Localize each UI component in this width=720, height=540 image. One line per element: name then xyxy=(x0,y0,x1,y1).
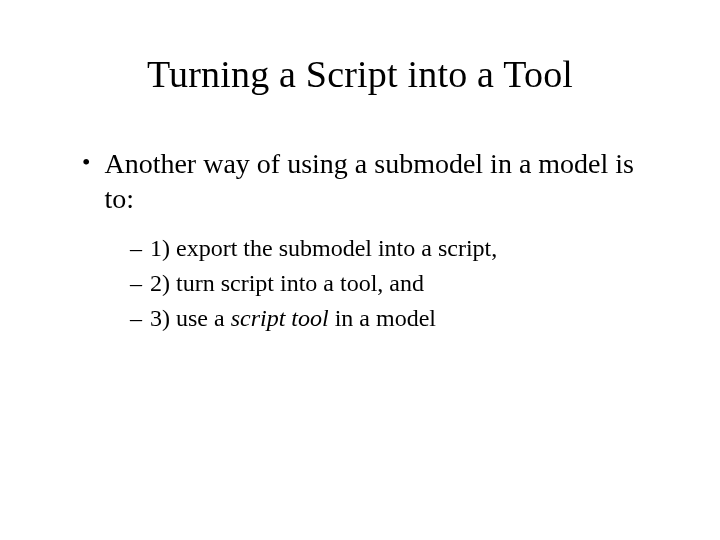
bullet-text: Another way of using a submodel in a mod… xyxy=(104,146,660,216)
sub-marker: – xyxy=(130,231,142,266)
sub-text: 3) use a script tool in a model xyxy=(150,301,436,336)
sub-text: 1) export the submodel into a script, xyxy=(150,231,497,266)
bullet-item-1: • Another way of using a submodel in a m… xyxy=(82,146,660,216)
slide-container: Turning a Script into a Tool • Another w… xyxy=(0,0,720,540)
bullet-marker: • xyxy=(82,146,90,180)
sub-text-prefix: 3) use a xyxy=(150,305,231,331)
sub-item-1: – 1) export the submodel into a script, xyxy=(130,231,660,266)
sub-marker: – xyxy=(130,266,142,301)
sub-list: – 1) export the submodel into a script, … xyxy=(130,231,660,335)
slide-title: Turning a Script into a Tool xyxy=(60,52,660,96)
sub-item-3: – 3) use a script tool in a model xyxy=(130,301,660,336)
sub-item-2: – 2) turn script into a tool, and xyxy=(130,266,660,301)
sub-marker: – xyxy=(130,301,142,336)
sub-text-italic: script tool xyxy=(231,305,329,331)
sub-text: 2) turn script into a tool, and xyxy=(150,266,424,301)
sub-text-suffix: in a model xyxy=(329,305,436,331)
